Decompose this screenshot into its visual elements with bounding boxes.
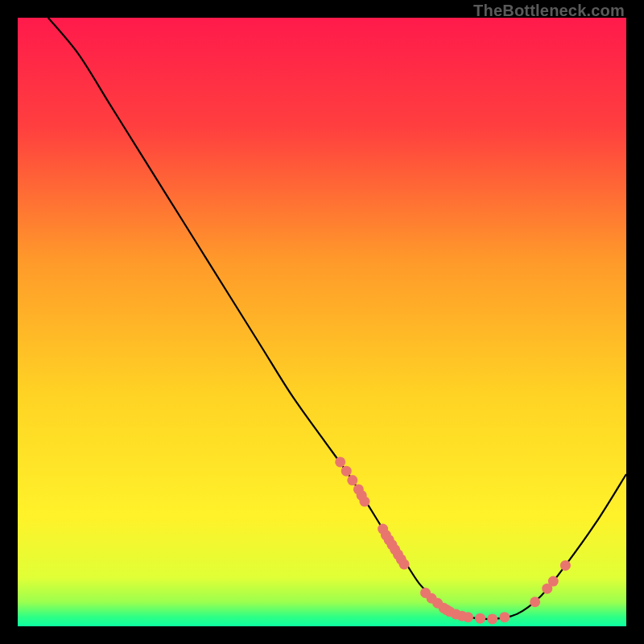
data-point	[341, 466, 352, 477]
chart-frame	[18, 18, 626, 626]
data-point	[475, 613, 485, 624]
data-point	[499, 612, 510, 622]
data-point	[560, 560, 571, 571]
data-point	[399, 559, 410, 569]
data-point	[530, 597, 540, 607]
gradient-background	[18, 18, 626, 626]
data-point	[347, 475, 357, 485]
data-point	[487, 613, 497, 624]
data-point	[463, 612, 473, 622]
bottleneck-chart	[18, 18, 626, 626]
data-point	[548, 576, 559, 587]
data-point	[359, 497, 369, 507]
data-point	[335, 456, 345, 467]
